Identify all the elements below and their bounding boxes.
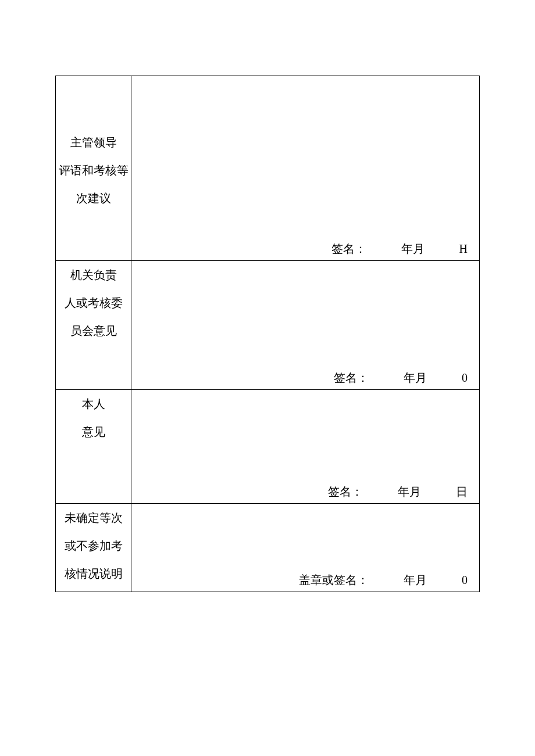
row3-label-line2: 意见: [56, 418, 131, 446]
date-day: 0: [462, 371, 468, 385]
row3-label-cell: 本人 意见: [56, 390, 131, 504]
row2-content-cell: 签名： 年月 0: [131, 261, 480, 390]
date-year-month: 年月: [404, 370, 427, 386]
row4-label-line3: 核情况说明: [56, 560, 131, 587]
date-year-month: 年月: [404, 572, 427, 588]
date-day: 0: [462, 574, 468, 587]
row2-label-line3: 员会意见: [56, 317, 131, 345]
date-year-month: 年月: [401, 241, 425, 257]
row4-label-line2: 或不参加考: [56, 532, 131, 560]
row2-signature-line: 签名： 年月 0: [131, 370, 479, 386]
row1-label-line2: 评语和考核等: [56, 156, 131, 184]
row4-label-cell: 未确定等次 或不参加考 核情况说明: [56, 504, 131, 592]
row1-label-line1: 主管领导: [56, 128, 131, 156]
date-year-month: 年月: [398, 484, 421, 500]
row2-label-line2: 人或考核委: [56, 289, 131, 317]
signature-label: 签名：: [328, 484, 363, 500]
table-row: 机关负责 人或考核委 员会意见 签名： 年月 0: [56, 261, 480, 390]
row1-label-cell: 主管领导 评语和考核等 次建议: [56, 76, 131, 261]
row3-signature-line: 签名： 年月 日: [131, 484, 479, 500]
row4-signature-line: 盖章或签名： 年月 0: [131, 572, 479, 588]
signature-label: 签名：: [331, 241, 366, 257]
row2-label-line1: 机关负责: [56, 261, 131, 289]
row4-label-line1: 未确定等次: [56, 504, 131, 532]
row1-content-cell: 签名： 年月 H: [131, 76, 480, 261]
row1-signature-line: 签名： 年月 H: [131, 241, 479, 257]
seal-signature-label: 盖章或签名：: [299, 572, 369, 588]
signature-label: 签名：: [334, 370, 369, 386]
table-row: 未确定等次 或不参加考 核情况说明 盖章或签名： 年月 0: [56, 504, 480, 592]
assessment-form-table: 主管领导 评语和考核等 次建议 签名： 年月 H 机关负责 人或考核委 员会意见…: [55, 76, 480, 592]
table-row: 本人 意见 签名： 年月 日: [56, 390, 480, 504]
row2-label-cell: 机关负责 人或考核委 员会意见: [56, 261, 131, 390]
row3-content-cell: 签名： 年月 日: [131, 390, 480, 504]
date-day: H: [459, 242, 468, 256]
date-day: 日: [456, 484, 468, 500]
row4-content-cell: 盖章或签名： 年月 0: [131, 504, 480, 592]
table-row: 主管领导 评语和考核等 次建议 签名： 年月 H: [56, 76, 480, 261]
row3-label-line1: 本人: [56, 390, 131, 418]
row1-label-line3: 次建议: [56, 184, 131, 212]
